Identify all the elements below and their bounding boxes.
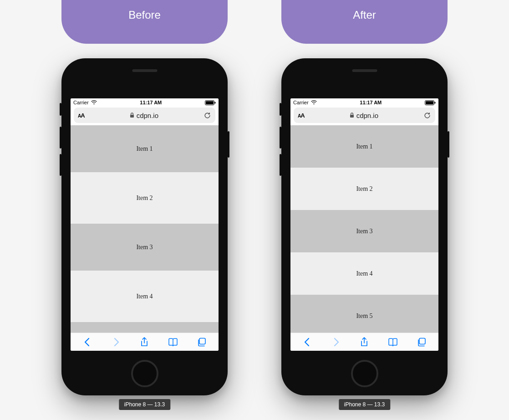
svg-rect-7 bbox=[435, 102, 436, 103]
carrier-label: Carrier bbox=[293, 100, 309, 105]
svg-rect-6 bbox=[426, 101, 433, 104]
url-bar[interactable]: AA cdpn.io bbox=[294, 108, 435, 123]
status-time: 11:17 AM bbox=[97, 100, 205, 105]
list-item[interactable] bbox=[71, 322, 219, 333]
screen: Carrier 11:17 AM AA bbox=[71, 98, 219, 351]
url-display[interactable]: cdpn.io bbox=[85, 112, 204, 119]
back-button[interactable] bbox=[300, 338, 314, 347]
svg-rect-3 bbox=[130, 115, 134, 118]
list-item[interactable]: Item 1 bbox=[290, 125, 438, 168]
tabs-button[interactable] bbox=[195, 338, 209, 347]
list-item[interactable]: Item 2 bbox=[290, 168, 438, 210]
svg-rect-8 bbox=[350, 115, 354, 118]
home-button[interactable] bbox=[351, 360, 378, 387]
forward-button[interactable] bbox=[109, 338, 123, 347]
mute-switch bbox=[60, 103, 61, 116]
list-item[interactable]: Item 4 bbox=[290, 252, 438, 295]
device-label: iPhone 8 — 13.3 bbox=[339, 399, 390, 410]
text-size-button[interactable]: AA bbox=[78, 112, 85, 119]
status-time: 11:17 AM bbox=[317, 100, 425, 105]
safari-toolbar bbox=[290, 333, 438, 351]
reload-icon[interactable] bbox=[204, 112, 211, 119]
header-after: After bbox=[281, 0, 448, 44]
list-item[interactable]: Item 3 bbox=[71, 224, 219, 271]
forward-button[interactable] bbox=[329, 338, 343, 347]
phone-before: Carrier 11:17 AM AA bbox=[61, 58, 228, 395]
speaker-slot bbox=[352, 69, 377, 72]
lock-icon bbox=[130, 113, 134, 118]
url-text: cdpn.io bbox=[356, 112, 378, 119]
header-before-label: Before bbox=[128, 9, 161, 21]
phone-after: Carrier 11:17 AM AA bbox=[281, 58, 448, 395]
home-button[interactable] bbox=[131, 360, 158, 387]
bookmarks-button[interactable] bbox=[386, 338, 400, 346]
phone-frame: Carrier 11:17 AM AA bbox=[281, 58, 448, 395]
list-item[interactable]: Item 5 bbox=[290, 295, 438, 333]
header-after-label: After bbox=[353, 9, 376, 21]
list-item[interactable]: Item 3 bbox=[290, 210, 438, 252]
volume-down-button bbox=[60, 154, 61, 176]
battery-icon bbox=[205, 100, 216, 105]
header-before: Before bbox=[61, 0, 228, 44]
wifi-icon bbox=[311, 100, 317, 105]
lock-icon bbox=[350, 113, 354, 118]
reload-icon[interactable] bbox=[423, 112, 431, 119]
status-bar: Carrier 11:17 AM bbox=[290, 98, 438, 107]
wifi-icon bbox=[91, 100, 97, 105]
content-area-after[interactable]: Item 1 Item 2 Item 3 Item 4 Item 5 bbox=[290, 125, 438, 333]
volume-down-button bbox=[280, 154, 281, 176]
list-item[interactable]: Item 1 bbox=[71, 125, 219, 172]
svg-rect-9 bbox=[419, 338, 425, 344]
share-button[interactable] bbox=[137, 337, 151, 347]
url-bar[interactable]: AA cdpn.io bbox=[74, 108, 215, 123]
power-button bbox=[228, 131, 229, 158]
carrier-label: Carrier bbox=[73, 100, 89, 105]
svg-rect-2 bbox=[215, 102, 216, 103]
phone-frame: Carrier 11:17 AM AA bbox=[61, 58, 228, 395]
volume-up-button bbox=[60, 127, 61, 149]
safari-toolbar bbox=[71, 333, 219, 351]
speaker-slot bbox=[132, 69, 157, 72]
text-size-button[interactable]: AA bbox=[298, 112, 305, 119]
url-display[interactable]: cdpn.io bbox=[305, 112, 423, 119]
screen: Carrier 11:17 AM AA bbox=[290, 98, 438, 351]
share-button[interactable] bbox=[357, 337, 371, 347]
volume-up-button bbox=[280, 127, 281, 149]
battery-icon bbox=[425, 100, 436, 105]
back-button[interactable] bbox=[81, 338, 94, 347]
status-bar: Carrier 11:17 AM bbox=[71, 98, 219, 107]
svg-rect-4 bbox=[199, 338, 205, 344]
power-button bbox=[448, 131, 449, 158]
list-item[interactable]: Item 2 bbox=[71, 172, 219, 224]
device-label: iPhone 8 — 13.3 bbox=[119, 399, 170, 410]
tabs-button[interactable] bbox=[415, 338, 428, 347]
url-text: cdpn.io bbox=[137, 112, 158, 119]
content-area-before[interactable]: Item 1 Item 2 Item 3 Item 4 bbox=[71, 125, 219, 333]
mute-switch bbox=[280, 103, 281, 116]
list-item[interactable]: Item 4 bbox=[71, 271, 219, 322]
svg-rect-1 bbox=[206, 101, 214, 104]
bookmarks-button[interactable] bbox=[166, 338, 180, 346]
